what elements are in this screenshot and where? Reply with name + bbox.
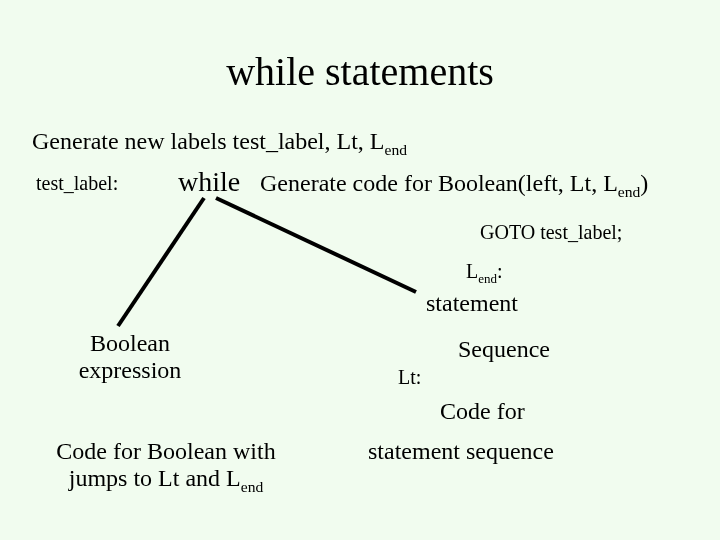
code-bool-line2-sub: end [241, 478, 264, 495]
statement-sequence-text: statement sequence [368, 438, 554, 465]
gen-bool-sub: end [618, 183, 641, 200]
line-while-to-boolean [118, 198, 204, 326]
boolean-line1: Boolean [90, 330, 170, 356]
lt-label: Lt: [398, 366, 421, 389]
sequence-text: Sequence [458, 336, 550, 363]
generate-bool-text: Generate code for Boolean(left, Lt, Lend… [260, 170, 648, 201]
gen-labels-sub: end [385, 141, 408, 158]
l-end-suffix: : [497, 260, 503, 282]
code-for-boolean-text: Code for Boolean with jumps to Lt and Le… [36, 438, 296, 496]
boolean-expression-text: Boolean expression [60, 330, 200, 384]
code-for-text: Code for [440, 398, 525, 425]
slide-title: while statements [0, 48, 720, 95]
code-bool-line2-prefix: jumps to Lt and L [69, 465, 241, 491]
while-keyword: while [178, 166, 240, 198]
l-end-prefix: L [466, 260, 478, 282]
slide: while statements Generate new labels tes… [0, 0, 720, 540]
code-bool-line1: Code for Boolean with [56, 438, 275, 464]
generate-labels-text: Generate new labels test_label, Lt, Lend [32, 128, 407, 159]
l-end-label: Lend: [466, 260, 503, 287]
gen-bool-prefix: Generate code for Boolean(left, Lt, L [260, 170, 618, 196]
line-while-to-statement [216, 198, 416, 292]
l-end-sub: end [478, 271, 497, 286]
goto-text: GOTO test_label; [480, 221, 622, 244]
gen-bool-suffix: ) [640, 170, 648, 196]
test-label: test_label: [36, 172, 118, 195]
gen-labels-prefix: Generate new labels test_label, Lt, L [32, 128, 385, 154]
statement-text: statement [426, 290, 518, 317]
boolean-line2: expression [79, 357, 182, 383]
